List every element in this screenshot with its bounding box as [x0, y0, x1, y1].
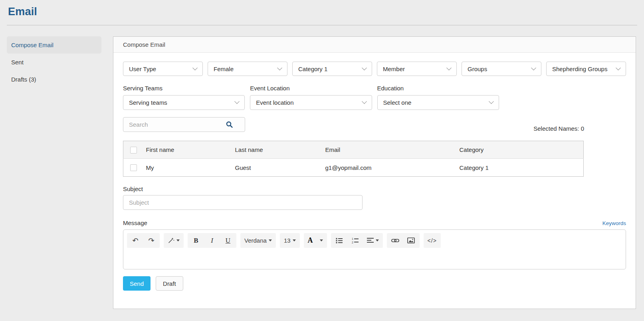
chevron-down-icon	[362, 99, 367, 104]
font-family-value: Verdana	[244, 237, 267, 244]
caret-down-icon	[376, 239, 379, 241]
send-button[interactable]: Send	[123, 276, 151, 291]
font-size-group: 13	[280, 233, 300, 248]
caret-down-icon	[293, 239, 296, 241]
underline-icon: U	[226, 237, 230, 245]
font-color-dropdown[interactable]: A	[304, 233, 327, 247]
font-color-icon: A	[308, 236, 313, 245]
page: Email Compose Email Sent Drafts (3) Comp…	[0, 6, 644, 309]
search-box	[123, 117, 245, 132]
table-row: My Guest g1@yopmail.com Category 1	[123, 159, 584, 177]
table-header-row: First name Last name Email Category	[123, 141, 584, 159]
row-checkbox[interactable]	[130, 164, 137, 171]
cell-category: Category 1	[460, 159, 584, 177]
gender-select[interactable]: Female	[208, 62, 287, 76]
italic-button[interactable]: I	[204, 233, 220, 247]
insert-image-button[interactable]	[403, 233, 419, 247]
sidebar-item-label: Drafts (3)	[11, 76, 36, 83]
bold-icon: B	[194, 237, 198, 245]
education-select-value: Select one	[383, 99, 412, 106]
cell-first-name: My	[146, 159, 235, 177]
caret-down-icon	[176, 239, 180, 241]
serving-teams-select[interactable]: Serving teams	[123, 95, 245, 110]
paragraph-group: 1 2	[331, 233, 383, 248]
panel-title: Compose Email	[123, 41, 165, 48]
svg-text:1: 1	[352, 237, 353, 240]
event-location-label: Event Location	[250, 85, 372, 92]
message-editor[interactable]: ↶ ↷	[123, 229, 626, 269]
filter-row-2: Serving Teams Serving teams Event Locati…	[123, 85, 626, 110]
sidebar: Compose Email Sent Drafts (3)	[7, 36, 101, 88]
subject-input[interactable]	[123, 195, 363, 210]
gender-select-value: Female	[214, 66, 234, 72]
insert-link-button[interactable]	[387, 233, 403, 247]
code-view-icon: </>	[428, 237, 437, 244]
cell-email: g1@yopmail.com	[325, 159, 460, 177]
undo-button[interactable]: ↶	[127, 233, 143, 247]
selected-names-count: Selected Names: 0	[533, 125, 584, 132]
category-select[interactable]: Category 1	[292, 62, 372, 76]
education-select[interactable]: Select one	[377, 95, 499, 110]
unordered-list-button[interactable]	[331, 233, 347, 247]
underline-button[interactable]: U	[220, 233, 236, 247]
serving-teams-field: Serving Teams Serving teams	[123, 85, 245, 110]
education-label: Education	[377, 85, 499, 92]
search-input[interactable]	[129, 121, 226, 128]
font-name-group: Verdana	[240, 233, 276, 248]
cell-last-name: Guest	[235, 159, 325, 177]
redo-button[interactable]: ↷	[143, 233, 159, 247]
ordered-list-button[interactable]: 1 2	[347, 233, 363, 247]
chevron-down-icon	[489, 99, 494, 104]
groups-select-value: Groups	[468, 66, 487, 72]
draft-button[interactable]: Draft	[156, 276, 183, 291]
shepherding-groups-select[interactable]: Shepherding Groups	[546, 62, 626, 76]
undo-icon: ↶	[132, 237, 138, 244]
font-style-group: B I U	[188, 233, 236, 248]
category-select-value: Category 1	[298, 66, 327, 72]
sidebar-item-compose-email[interactable]: Compose Email	[7, 36, 101, 54]
chevron-down-icon	[234, 99, 240, 104]
sidebar-item-label: Sent	[11, 59, 24, 66]
shepherding-groups-select-value: Shepherding Groups	[552, 66, 607, 72]
font-family-dropdown[interactable]: Verdana	[241, 233, 275, 247]
redo-icon: ↷	[148, 237, 154, 244]
bullet-list-icon	[336, 237, 343, 243]
align-left-icon	[367, 237, 374, 243]
groups-select[interactable]: Groups	[462, 62, 541, 76]
panel-header: Compose Email	[113, 37, 636, 53]
event-location-select[interactable]: Event location	[250, 95, 372, 110]
title-divider	[7, 25, 637, 26]
history-group: ↶ ↷	[127, 233, 160, 248]
code-view-button[interactable]: </>	[424, 233, 440, 247]
user-type-select-value: User Type	[129, 66, 156, 72]
view-group: </>	[424, 233, 441, 248]
svg-text:2: 2	[352, 241, 353, 244]
serving-teams-select-value: Serving teams	[129, 99, 167, 106]
style-group	[164, 233, 184, 248]
chevron-down-icon	[192, 65, 198, 70]
bold-button[interactable]: B	[188, 233, 204, 247]
column-header-email: Email	[325, 141, 460, 159]
sidebar-item-drafts[interactable]: Drafts (3)	[7, 71, 101, 88]
education-field: Education Select one	[377, 85, 499, 110]
sidebar-item-sent[interactable]: Sent	[7, 54, 101, 71]
link-icon	[391, 237, 399, 244]
message-label: Message	[123, 219, 147, 226]
chevron-down-icon	[362, 65, 367, 70]
keywords-link[interactable]: Keywords	[602, 220, 626, 226]
magic-style-button[interactable]	[164, 233, 183, 247]
subject-label: Subject	[123, 185, 626, 192]
event-location-field: Event Location Event location	[250, 85, 372, 110]
select-all-checkbox[interactable]	[130, 147, 137, 154]
member-select[interactable]: Member	[377, 62, 457, 76]
serving-teams-label: Serving Teams	[123, 85, 245, 92]
member-select-value: Member	[383, 66, 405, 72]
numbered-list-icon: 1 2	[352, 237, 359, 243]
font-size-dropdown[interactable]: 13	[280, 233, 299, 247]
column-header-last-name: Last name	[235, 141, 325, 159]
recipients-table: First name Last name Email Category My G…	[123, 141, 584, 177]
user-type-select[interactable]: User Type	[123, 62, 203, 76]
message-row: Message Keywords	[123, 219, 626, 226]
paragraph-align-button[interactable]	[363, 233, 382, 247]
search-icon[interactable]	[226, 121, 233, 128]
